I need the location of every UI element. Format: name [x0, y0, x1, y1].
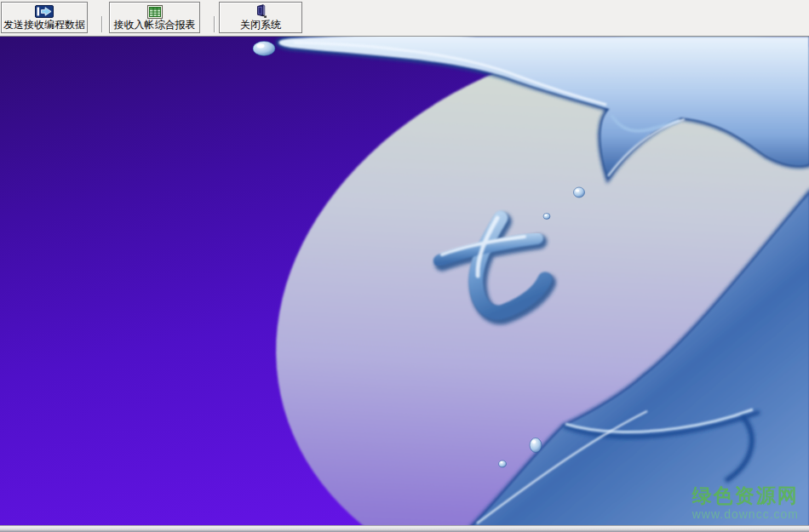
receive-report-label: 接收入帐综合报表 — [114, 19, 196, 31]
receive-report-button[interactable]: 接收入帐综合报表 — [109, 2, 200, 33]
send-receive-data-icon — [35, 4, 54, 19]
close-system-label: 关闭系统 — [240, 19, 281, 31]
send-receive-data-button[interactable]: 发送接收编程数据 — [1, 2, 88, 33]
close-system-button[interactable]: 关闭系统 — [219, 2, 302, 33]
toolbar: 发送接收编程数据 接收入帐综合报表 — [0, 0, 809, 37]
watermark: 绿色资源网 www.downcc.com — [692, 485, 799, 522]
watermark-site-url: www.downcc.com — [692, 508, 799, 521]
report-table-icon — [147, 4, 163, 19]
liquid-art — [0, 37, 809, 525]
toolbar-separator — [214, 16, 215, 32]
toolbar-separator — [101, 16, 102, 32]
application-window: 发送接收编程数据 接收入帐综合报表 — [0, 0, 809, 532]
watermark-site-name: 绿色资源网 — [692, 485, 799, 506]
desktop-wallpaper: 绿色资源网 www.downcc.com — [0, 37, 809, 525]
send-receive-data-label: 发送接收编程数据 — [3, 19, 85, 31]
window-bottom-edge — [0, 525, 809, 532]
exit-system-icon — [254, 4, 268, 19]
